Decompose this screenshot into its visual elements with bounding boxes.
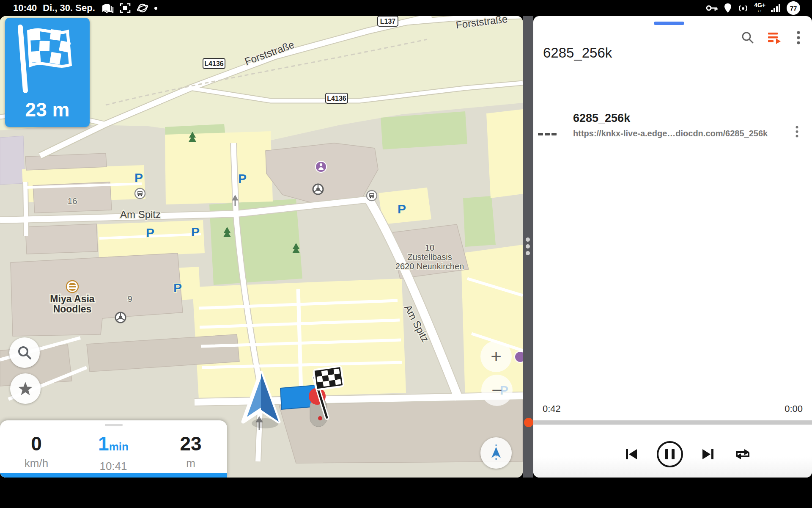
distance-value: 23 xyxy=(163,433,218,454)
pause-icon xyxy=(665,449,675,459)
track-url: https://knkx-live-a.edge…diocdn.com/6285… xyxy=(573,129,768,138)
svg-text:2620 Neunkirchen: 2620 Neunkirchen xyxy=(395,262,464,271)
map-search-button[interactable] xyxy=(9,337,40,368)
svg-text:10: 10 xyxy=(425,243,434,252)
divider-handle-dot xyxy=(526,244,530,248)
speed-value: 0 xyxy=(9,433,64,454)
navigation-stats-panel[interactable]: 0 km/h 1min 10:41 23 m xyxy=(0,420,227,478)
svg-text:Noodles: Noodles xyxy=(53,304,92,315)
driving-poi-icon xyxy=(115,312,126,323)
app-title: 6285_256k xyxy=(543,45,612,61)
restaurant-poi-icon xyxy=(66,281,78,293)
seekbar[interactable] xyxy=(533,420,812,425)
svg-text:P: P xyxy=(134,171,143,185)
arrival-time: 10:41 xyxy=(86,460,141,473)
location-pin-icon xyxy=(724,3,732,13)
svg-text:P: P xyxy=(146,226,154,240)
hotspot-icon xyxy=(738,3,749,14)
navigation-notification-icon xyxy=(137,2,148,14)
zoom-out-button[interactable]: − xyxy=(481,375,513,406)
svg-text:Miya Asia: Miya Asia xyxy=(50,293,94,304)
checkered-flag-icon xyxy=(5,18,90,96)
eta-unit: min xyxy=(109,440,129,453)
shop-poi-icon xyxy=(515,351,523,362)
divider-handle-dot xyxy=(526,251,530,255)
total-time: 0:00 xyxy=(785,403,803,414)
battery-indicator: 77 xyxy=(787,1,800,15)
bus-stop-poi-icon xyxy=(135,188,145,199)
window-drag-pill[interactable] xyxy=(654,22,684,25)
previous-button[interactable] xyxy=(623,446,640,463)
status-date: Di., 30. Sep. xyxy=(43,3,95,14)
reader-notification-icon xyxy=(101,3,114,14)
repeat-button[interactable] xyxy=(733,447,752,462)
split-screen-divider[interactable] xyxy=(523,16,533,478)
svg-text:P: P xyxy=(191,225,200,239)
route-progress-bar xyxy=(0,473,227,478)
playing-queue-button[interactable] xyxy=(768,30,782,45)
map-pane[interactable]: Forststraße Forststraße aße Am Spitz Am … xyxy=(0,16,523,478)
map-retail-block xyxy=(0,136,25,185)
more-vert-icon xyxy=(796,126,798,138)
notification-overflow-dot xyxy=(154,7,157,10)
network-type-indicator: 4G+↓↑ xyxy=(754,3,765,13)
screenshot-notification-icon xyxy=(120,3,131,14)
destination-banner[interactable]: 23 m xyxy=(5,18,90,127)
distance-stat: 23 m xyxy=(163,433,218,470)
search-icon xyxy=(741,31,754,44)
map-favorites-button[interactable] xyxy=(10,373,41,404)
svg-text:L137: L137 xyxy=(380,18,396,25)
eta-value: 1 xyxy=(98,433,109,455)
overflow-menu-button[interactable] xyxy=(791,30,806,45)
destination-distance: 23 m xyxy=(5,98,90,121)
direction-arrow-icon xyxy=(489,444,503,462)
svg-text:9: 9 xyxy=(127,294,132,304)
divider-handle-dot xyxy=(526,237,530,242)
search-icon xyxy=(17,345,32,360)
more-vert-icon xyxy=(797,31,800,44)
eta-stat: 1min 10:41 xyxy=(86,433,141,473)
svg-text:Zustellbasis: Zustellbasis xyxy=(407,252,452,262)
track-title: 6285_256k xyxy=(573,112,630,125)
speed-stat: 0 km/h xyxy=(9,433,64,470)
search-button[interactable] xyxy=(741,30,755,45)
svg-text:16: 16 xyxy=(67,196,77,206)
gesture-navigation-bar[interactable] xyxy=(0,478,812,508)
stream-list-icon xyxy=(538,133,557,135)
svg-text:P: P xyxy=(238,171,247,185)
svg-text:P: P xyxy=(398,202,406,216)
svg-text:P: P xyxy=(173,281,182,295)
shop-poi-icon xyxy=(315,161,326,172)
zoom-in-button[interactable]: + xyxy=(480,341,512,372)
bus-stop-poi-icon xyxy=(367,190,377,201)
vpn-key-icon xyxy=(705,3,718,13)
svg-text:L4136: L4136 xyxy=(327,95,346,102)
item-overflow-button[interactable] xyxy=(790,124,804,139)
skip-next-icon xyxy=(700,446,716,463)
signal-strength-icon xyxy=(771,3,781,13)
distance-unit: m xyxy=(163,457,218,470)
star-icon xyxy=(18,381,33,396)
pause-button[interactable] xyxy=(657,441,683,467)
status-time: 10:40 xyxy=(13,3,37,14)
next-button[interactable] xyxy=(700,446,716,463)
playlist-item[interactable]: 6285_256k https://knkx-live-a.edge…diocd… xyxy=(533,62,812,108)
playlist-play-icon xyxy=(768,31,782,44)
driving-poi-icon xyxy=(313,184,323,194)
panel-drag-handle[interactable] xyxy=(105,424,123,426)
skip-previous-icon xyxy=(623,446,640,463)
svg-text:Am Spitz: Am Spitz xyxy=(120,209,161,220)
elapsed-time: 0:42 xyxy=(543,403,561,414)
audio-player-pane: 6285_256k 6285_256k https://knkx-live-a.… xyxy=(533,16,812,478)
compass-orientation-button[interactable] xyxy=(480,437,512,469)
speed-unit: km/h xyxy=(9,457,64,470)
svg-text:L4136: L4136 xyxy=(204,60,223,67)
status-bar: 10:40 Di., 30. Sep. 4G+↓↑ 77 xyxy=(0,0,812,16)
seekbar-thumb[interactable] xyxy=(524,418,533,427)
repeat-icon xyxy=(733,447,752,462)
